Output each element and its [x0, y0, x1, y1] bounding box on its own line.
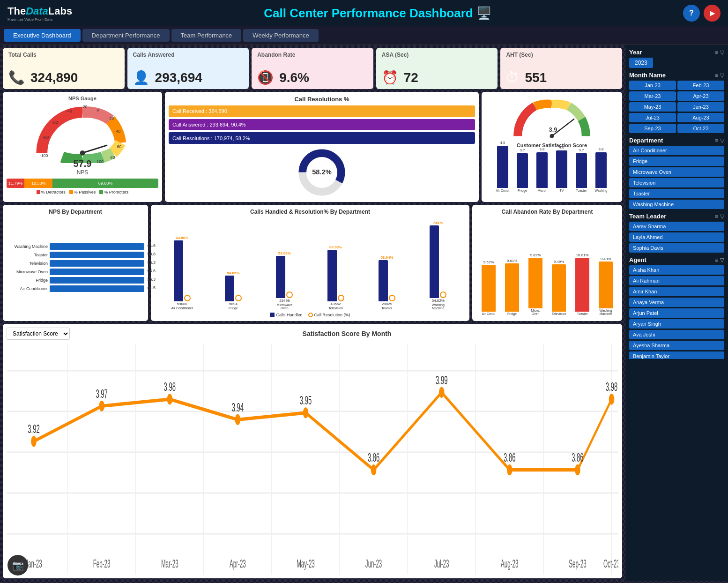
filter-icon-team[interactable]: ≡: [715, 213, 718, 220]
year-filter-btn[interactable]: 2023: [629, 58, 653, 68]
donut-svg: 58.2%: [296, 147, 348, 198]
svg-text:-20: -20: [82, 105, 88, 109]
svg-text:Mar-23: Mar-23: [161, 558, 178, 570]
agent-btn-arjun[interactable]: Arjun Patel: [629, 308, 724, 318]
kpi-asa-value-row: ⏰ 72: [382, 70, 492, 85]
month-btn-sep[interactable]: Sep-23: [629, 124, 676, 133]
dept-btn-tv[interactable]: Television: [629, 178, 724, 187]
month-grid: Jan-23 Feb-23 Mar-23 Apr-23 May-23 Jun-2…: [629, 81, 724, 133]
month-btn-jun[interactable]: Jun-23: [677, 102, 724, 112]
agent-btn-anaya[interactable]: Anaya Verma: [629, 298, 724, 307]
month-btn-aug[interactable]: Aug-23: [677, 113, 724, 122]
month-btn-may[interactable]: May-23: [629, 102, 676, 112]
youtube-button[interactable]: ▶: [704, 5, 721, 22]
csat-bar-toaster: 3.7 Toaster: [573, 148, 590, 192]
filter-icon-year[interactable]: ≡: [715, 49, 718, 56]
agent-btn-ali[interactable]: Ali Rahman: [629, 276, 724, 285]
dept-btn-fridge[interactable]: Fridge: [629, 157, 724, 166]
agent-btn-ava[interactable]: Ava Joshi: [629, 330, 724, 339]
sidebar-dept-section: Department ≡ ▽ Air Conditioner Fridge Mi…: [629, 137, 724, 209]
help-button[interactable]: ?: [683, 5, 700, 22]
hbar-microwave: Microwave Oven 55.6: [7, 269, 144, 275]
month-btn-jan[interactable]: Jan-23: [629, 81, 676, 90]
call-resolutions-chart: Call Resolutions % Call Received : 324,8…: [165, 92, 479, 202]
sidebar-month-label: Month Name: [629, 72, 666, 79]
svg-text:3.86: 3.86: [504, 450, 515, 464]
team-btn-layla[interactable]: Layla Ahmed: [629, 232, 724, 242]
agent-btn-aisha[interactable]: Aisha Khan: [629, 265, 724, 275]
filter-icon-month[interactable]: ≡: [715, 72, 718, 79]
tab-department[interactable]: Department Performance: [82, 29, 170, 42]
svg-text:May-23: May-23: [297, 558, 315, 570]
screenshot-icon[interactable]: 📷: [7, 555, 28, 576]
svg-point-36: [235, 414, 241, 425]
svg-text:3.98: 3.98: [606, 380, 617, 393]
kpi-calls-answered-icon: 👤: [133, 70, 149, 85]
svg-text:Oct-23: Oct-23: [603, 558, 618, 570]
tab-team[interactable]: Team Performance: [171, 29, 242, 42]
agent-btn-amir[interactable]: Amir Khan: [629, 287, 724, 296]
satisfaction-dropdown[interactable]: Satisfaction Score: [7, 328, 70, 340]
charts-row-1: NPS Gauge -100 -80 -60 -40 -20: [3, 92, 622, 202]
abar-toaster: 10.01% Toaster: [574, 253, 591, 315]
csat-bar-ac: 4.5 Air Cond.: [494, 141, 511, 192]
filter-icon-agent[interactable]: ≡: [715, 257, 718, 263]
sidebar-agent-controls: ≡ ▽: [715, 257, 724, 263]
dept-btn-ac[interactable]: Air Conditioner: [629, 146, 724, 155]
kpi-abandon-rate-value-row: 📵 9.6%: [257, 70, 368, 85]
csat-chart: 3.9 Customer Satisfaction Score 4.5 Air …: [482, 92, 622, 202]
month-btn-jul[interactable]: Jul-23: [629, 113, 676, 122]
sidebar-agent-section: Agent ≡ ▽ Aisha Khan Ali Rahman Amir Kha…: [629, 256, 724, 359]
nps-gauge-svg: -100 -80 -60 -40 -20 0 20 40 60 80 100: [31, 102, 134, 163]
csat-gauge-svg: 3.9: [500, 96, 603, 142]
agent-btn-ayesha[interactable]: Ayesha Sharma: [629, 341, 724, 350]
svg-point-41: [575, 464, 580, 475]
funnel-icon-dept[interactable]: ▽: [720, 137, 724, 144]
dept-btn-washing[interactable]: Washing Machine: [629, 200, 724, 209]
svg-point-40: [507, 464, 513, 475]
svg-text:3.9: 3.9: [549, 126, 557, 133]
sidebar-team-header: Team Leader ≡ ▽: [629, 213, 724, 220]
sidebar-dept-controls: ≡ ▽: [715, 137, 724, 144]
month-btn-mar[interactable]: Mar-23: [629, 91, 676, 101]
funnel-icon-agent[interactable]: ▽: [720, 257, 724, 263]
nps-dept-chart: NPS By Department Washing Machine 61.6 T…: [3, 205, 148, 321]
svg-text:Jun-23: Jun-23: [365, 558, 382, 570]
tab-executive[interactable]: Executive Dashboard: [4, 29, 81, 42]
abandon-dept-chart: Call Abandon Rate By Department 9.52% Ai…: [472, 205, 622, 321]
nps-chart-title: NPS Gauge: [68, 96, 97, 101]
funnel-icon-month[interactable]: ▽: [720, 72, 724, 79]
nps-label: NPS: [77, 169, 89, 176]
team-btn-sophia[interactable]: Sophia Davis: [629, 243, 724, 253]
kpi-abandon-rate-icon: 📵: [257, 70, 274, 85]
tab-weekly[interactable]: Weekly Performance: [243, 29, 318, 42]
svg-text:3.95: 3.95: [300, 393, 312, 407]
filter-icon-dept[interactable]: ≡: [715, 137, 718, 144]
line-chart-container: 3.92 3.97 3.98 3.94 3.95 3.86 3.99 3.86 …: [7, 344, 618, 575]
satisfaction-line-svg: 3.92 3.97 3.98 3.94 3.95 3.86 3.99 3.86 …: [7, 344, 618, 575]
team-btn-aarav[interactable]: Aarav Sharma: [629, 222, 724, 231]
abar-ac: 9.52% Air Cond.: [480, 260, 497, 315]
month-btn-feb[interactable]: Feb-23: [677, 81, 724, 90]
svg-text:3.94: 3.94: [232, 400, 244, 414]
month-btn-oct[interactable]: Oct-23: [677, 124, 724, 133]
dept-btn-microwave[interactable]: Microwave Oven: [629, 167, 724, 177]
kpi-calls-answered-value-row: 👤 293,694: [133, 70, 244, 85]
funnel-icon-year[interactable]: ▽: [720, 49, 724, 56]
logo-subtitle: Maximize Value From Data: [7, 17, 72, 22]
dept-btn-toaster[interactable]: Toaster: [629, 189, 724, 198]
calls-dept-title: Calls Handled & Resolution% By Departmen…: [155, 209, 466, 215]
nps-score: 57.9: [74, 158, 92, 169]
svg-text:3.86: 3.86: [368, 450, 379, 464]
sidebar-year-section: Year ≡ ▽ 2023: [629, 49, 724, 68]
svg-point-17: [550, 134, 554, 138]
svg-text:20: 20: [109, 116, 114, 121]
satisfaction-header: Satisfaction Score Satisfaction Score By…: [7, 328, 618, 340]
month-btn-apr[interactable]: Apr-23: [677, 91, 724, 101]
agent-btn-aryan[interactable]: Aryan Singh: [629, 319, 724, 329]
nps-detractors-bar: 11.79%: [7, 179, 24, 188]
funnel-icon-team[interactable]: ▽: [720, 213, 724, 220]
svg-point-42: [609, 394, 615, 404]
agent-btn-benjamin[interactable]: Benjamin Taylor: [629, 351, 724, 359]
header-icons: ? ▶: [683, 5, 721, 22]
